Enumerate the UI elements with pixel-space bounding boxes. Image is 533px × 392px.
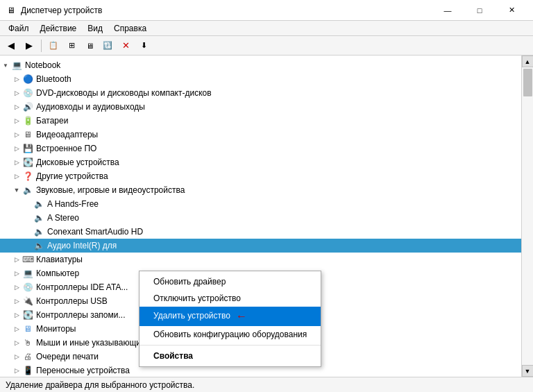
toolbar-properties[interactable]: 📋 [45, 38, 62, 53]
tree-item[interactable]: ▷🔵Bluetooth [0, 72, 521, 86]
context-menu-separator [139, 345, 321, 346]
context-menu: Обновить драйверОтключить устройствоУдал… [139, 271, 321, 367]
context-menu-item[interactable]: Обновить драйвер [139, 273, 321, 290]
close-button[interactable]: ✕ [496, 0, 527, 21]
scrollbar[interactable]: ▲ ▼ [521, 56, 533, 377]
toolbar-device[interactable]: 🖥 [81, 38, 98, 53]
tree-item[interactable]: ▷❓Другие устройства [0, 169, 521, 183]
scroll-up[interactable]: ▲ [522, 56, 534, 67]
tree-item[interactable]: ▷🖥Видеоадаптеры [0, 128, 521, 142]
toolbar: ◀ ▶ 📋 ⊞ 🖥 🔃 ✕ ⬇ [0, 36, 533, 56]
toolbar-uninstall[interactable]: ✕ [117, 38, 134, 53]
toolbar-forward[interactable]: ▶ [21, 38, 37, 53]
title-bar-title: Диспетчер устройств [21, 6, 432, 15]
tree-item[interactable]: 🔈Аудио Intel(R) для [0, 239, 521, 253]
context-menu-item[interactable]: Удалить устройство← [139, 307, 321, 326]
tree-item[interactable]: ▷🔋Батареи [0, 114, 521, 128]
arrow-icon: ← [236, 310, 247, 323]
tree-item[interactable]: ▷💾Встроенное ПО [0, 142, 521, 155]
tree-item[interactable]: ▷💽Дисковые устройства [0, 155, 521, 169]
tree-panel: ▼ 💻 Notebook ▷🔵Bluetooth▷💿DVD-дисководы … [0, 56, 521, 377]
menu-view[interactable]: Вид [82, 22, 108, 35]
tree-item[interactable]: ▷⌨Клавиатуры [0, 253, 521, 266]
status-text: Удаление драйвера для выбранного устройс… [6, 380, 194, 390]
context-menu-item[interactable]: Отключить устройство [139, 290, 321, 307]
tree-item[interactable]: ▷🔊Аудиовходы и аудиовыходы [0, 100, 521, 114]
context-menu-item[interactable]: Обновить конфигурацию оборудования [139, 326, 321, 343]
tree-item[interactable]: 🔈A Stereo [0, 211, 521, 225]
title-bar-icon: 🖥 [6, 5, 17, 16]
tree-item[interactable]: ▷💿DVD-дисководы и дисководы компакт-диск… [0, 86, 521, 100]
tree-item[interactable]: 🔈Conexant SmartAudio HD [0, 225, 521, 239]
tree-item[interactable]: ▼🔈Звуковые, игровые и видеоустройства [0, 183, 521, 197]
toolbar-download[interactable]: ⬇ [135, 38, 152, 53]
toolbar-back[interactable]: ◀ [3, 38, 19, 53]
toolbar-scan[interactable]: ⊞ [63, 38, 80, 53]
context-menu-item[interactable]: Свойства [139, 348, 321, 364]
toolbar-update[interactable]: 🔃 [99, 38, 116, 53]
tree-root[interactable]: ▼ 💻 Notebook [0, 58, 521, 72]
maximize-button[interactable]: □ [464, 0, 496, 21]
menu-help[interactable]: Справка [108, 22, 152, 35]
menu-file[interactable]: Файл [3, 22, 35, 35]
menu-action[interactable]: Действие [35, 22, 83, 35]
title-bar: 🖥 Диспетчер устройств — □ ✕ [0, 0, 533, 21]
tree-item[interactable]: 🔈A Hands-Free [0, 197, 521, 211]
minimize-button[interactable]: — [432, 0, 464, 21]
menu-bar: Файл Действие Вид Справка [0, 21, 533, 36]
scroll-down[interactable]: ▼ [522, 365, 534, 377]
status-bar: Удаление драйвера для выбранного устройс… [0, 377, 533, 392]
